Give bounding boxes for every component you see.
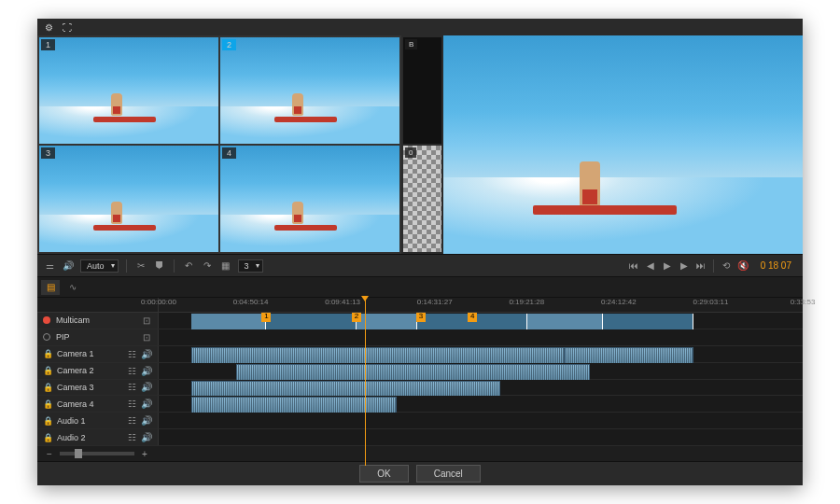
track-header: Multicam⊡ xyxy=(37,313,159,329)
clip-marker[interactable]: 3 xyxy=(416,313,426,322)
undo-icon[interactable]: ↶ xyxy=(182,259,195,273)
volume-mode-dropdown[interactable]: Auto xyxy=(80,259,119,273)
drop-slot-0[interactable]: 0 xyxy=(403,146,441,252)
shield-icon[interactable]: ⛊ xyxy=(153,259,166,273)
track-name: Camera 4 xyxy=(57,399,122,409)
track-options-icon[interactable]: ☷ xyxy=(126,415,137,427)
clip-marker[interactable]: 4 xyxy=(468,313,477,322)
track-lane[interactable] xyxy=(159,396,803,412)
camera-cell-4[interactable]: 4 xyxy=(220,146,399,252)
track-options-icon[interactable]: ⊡ xyxy=(141,315,152,326)
video-clip[interactable] xyxy=(191,347,565,364)
track-header: 🔒Audio 2☷🔊 xyxy=(37,429,159,445)
zoom-slider[interactable] xyxy=(60,452,134,455)
ruler-tick: 0:29:03:11 xyxy=(693,298,729,306)
track-options-icon[interactable]: ☷ xyxy=(126,365,137,376)
preview-area: 1234 B0 xyxy=(37,35,803,255)
track-lane[interactable] xyxy=(159,346,803,362)
speaker-icon[interactable]: 🔊 xyxy=(141,415,152,427)
track-options-icon[interactable]: ☷ xyxy=(126,382,137,393)
track-header: 🔒Audio 1☷🔊 xyxy=(37,413,159,428)
toolbar: ⚌ 🔊 Auto ✂ ⛊ ↶ ↷ ▦ 3 ⏮ ◀ ▶ ▶ ⏭ ⟲ 🔇 0 18 … xyxy=(37,255,803,277)
ruler-tick: 0:14:31:27 xyxy=(417,298,453,306)
cut-icon[interactable]: ✂ xyxy=(134,259,147,273)
lock-icon[interactable]: 🔒 xyxy=(43,416,53,426)
zoom-bar: − + xyxy=(37,446,803,461)
lock-icon[interactable]: 🔒 xyxy=(43,366,53,375)
mixer-icon[interactable]: ⚌ xyxy=(43,259,56,273)
timeline-tracks: Multicam⊡1234PIP⊡🔒Camera 1☷🔊🔒Camera 2☷🔊🔒… xyxy=(37,313,803,446)
volume-icon[interactable]: 🔊 xyxy=(62,259,75,273)
speaker-icon[interactable]: 🔊 xyxy=(141,365,152,376)
drop-slot-B[interactable]: B xyxy=(403,37,441,144)
track-lane[interactable] xyxy=(159,363,803,379)
track-name: Camera 3 xyxy=(57,383,122,392)
track-lane[interactable] xyxy=(159,329,803,345)
camera-cell-1[interactable]: 1 xyxy=(39,37,218,144)
track-multicam: Multicam⊡1234 xyxy=(37,313,803,329)
side-slot-column: B0 xyxy=(401,35,443,254)
video-clip[interactable] xyxy=(191,397,398,413)
camera-cell-3[interactable]: 3 xyxy=(39,146,218,252)
camera-cell-2[interactable]: 2 xyxy=(220,37,399,144)
lock-icon[interactable]: 🔒 xyxy=(43,433,53,442)
lock-icon[interactable]: 🔒 xyxy=(43,399,53,409)
track-options-icon[interactable]: ☷ xyxy=(126,348,137,359)
track-lane[interactable] xyxy=(159,429,803,445)
lock-icon[interactable]: 🔒 xyxy=(43,349,53,358)
lock-icon[interactable]: 🔒 xyxy=(43,383,53,392)
video-clip[interactable] xyxy=(191,381,500,398)
zoom-in-icon[interactable]: + xyxy=(138,447,151,460)
track-lane[interactable]: 1234 xyxy=(159,313,803,329)
main-preview-monitor[interactable] xyxy=(443,35,803,254)
ruler-tick: 0:19:21:28 xyxy=(509,298,544,306)
speaker-icon[interactable]: 🔊 xyxy=(141,399,152,410)
track-options-icon[interactable]: ☷ xyxy=(126,399,137,410)
track-name: PIP xyxy=(56,332,137,342)
camera-number-badge: 1 xyxy=(41,39,55,50)
expand-icon[interactable]: ⛶ xyxy=(62,21,73,33)
step-dropdown[interactable]: 3 xyxy=(238,259,263,273)
track-name: Audio 1 xyxy=(57,416,122,426)
title-bar: ⚙ ⛶ xyxy=(37,19,803,35)
speaker-icon[interactable]: 🔊 xyxy=(141,382,152,393)
track-camera-4: 🔒Camera 4☷🔊 xyxy=(37,396,803,413)
next-frame-icon[interactable]: ▶ xyxy=(678,259,691,273)
tab-storyboard-icon[interactable]: ▤ xyxy=(41,280,60,295)
zoom-out-icon[interactable]: − xyxy=(43,447,56,460)
track-options-icon[interactable]: ⊡ xyxy=(141,331,152,343)
slot-label: B xyxy=(405,39,417,49)
video-clip[interactable] xyxy=(565,347,693,364)
playhead[interactable] xyxy=(365,298,366,466)
track-audio-2: 🔒Audio 2☷🔊 xyxy=(37,429,803,446)
redo-icon[interactable]: ↷ xyxy=(201,259,214,273)
track-camera-1: 🔒Camera 1☷🔊 xyxy=(37,346,803,363)
divider xyxy=(174,259,175,273)
skip-start-icon[interactable]: ⏮ xyxy=(627,259,640,273)
loop-icon[interactable]: ⟲ xyxy=(720,259,733,273)
track-name: Camera 1 xyxy=(57,349,122,358)
skip-end-icon[interactable]: ⏭ xyxy=(694,259,707,273)
gear-icon[interactable]: ⚙ xyxy=(43,21,54,33)
clip-marker[interactable]: 1 xyxy=(261,313,271,322)
video-clip[interactable] xyxy=(236,364,591,381)
track-header: 🔒Camera 1☷🔊 xyxy=(37,346,159,362)
track-header: 🔒Camera 2☷🔊 xyxy=(37,363,159,379)
camera-number-badge: 2 xyxy=(222,39,236,50)
track-camera-3: 🔒Camera 3☷🔊 xyxy=(37,380,803,397)
track-options-icon[interactable]: ☷ xyxy=(126,432,137,443)
track-name: Audio 2 xyxy=(57,433,122,442)
speaker-icon[interactable]: 🔊 xyxy=(141,348,152,359)
cancel-button[interactable]: Cancel xyxy=(416,465,481,483)
mute-icon[interactable]: 🔇 xyxy=(736,259,749,273)
tab-waveform-icon[interactable]: ∿ xyxy=(63,280,82,295)
play-icon[interactable]: ▶ xyxy=(661,259,674,273)
prev-frame-icon[interactable]: ◀ xyxy=(644,259,657,273)
ok-button[interactable]: OK xyxy=(359,465,408,483)
track-lane[interactable] xyxy=(159,413,803,428)
grid-icon[interactable]: ▦ xyxy=(219,259,232,273)
clip-marker[interactable]: 2 xyxy=(352,313,361,322)
track-lane[interactable] xyxy=(159,380,803,396)
timeline-ruler[interactable]: 0:00:00:000:04:50:140:09:41:130:14:31:27… xyxy=(37,298,803,313)
speaker-icon[interactable]: 🔊 xyxy=(141,432,152,443)
